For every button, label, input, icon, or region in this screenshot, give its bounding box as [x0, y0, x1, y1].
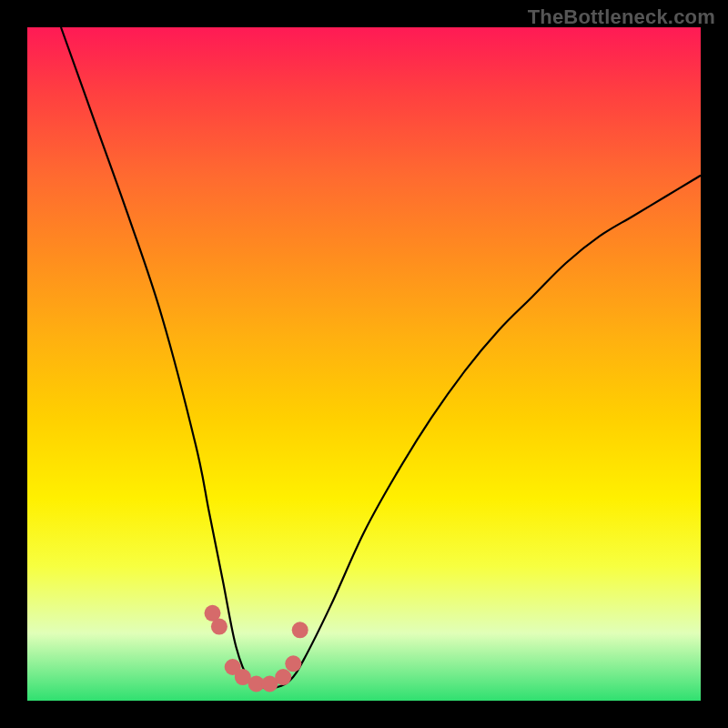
threshold-marker	[211, 619, 228, 635]
threshold-marker	[275, 669, 291, 685]
threshold-marker	[285, 655, 301, 672]
chart-frame: TheBottleneck.com	[0, 0, 728, 728]
threshold-marker	[292, 622, 308, 638]
chart-svg	[27, 27, 701, 701]
bottleneck-curve	[61, 27, 701, 688]
watermark-text: TheBottleneck.com	[528, 5, 715, 29]
